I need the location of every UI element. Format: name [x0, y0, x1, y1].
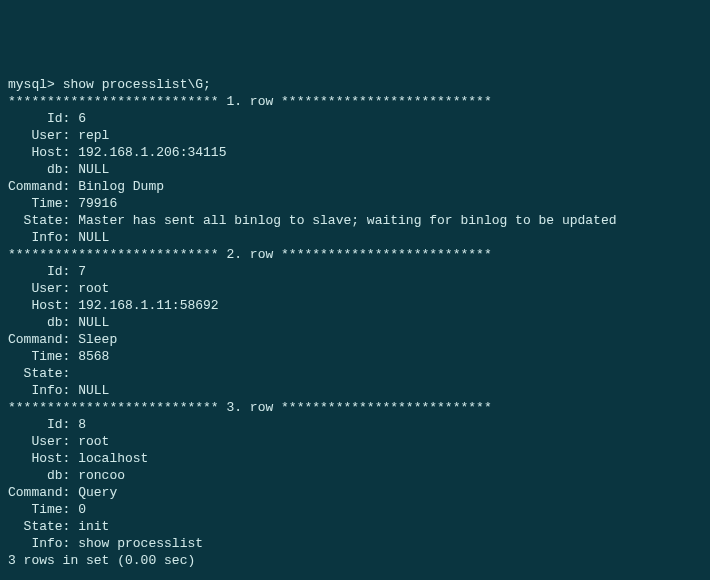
processlist-body: *************************** 1. row *****…	[8, 94, 617, 551]
terminal-output: mysql> show processlist\G; *************…	[8, 76, 702, 580]
result-summary: 3 rows in set (0.00 sec)	[8, 553, 195, 568]
mysql-prompt: mysql> show processlist\G;	[8, 77, 211, 92]
